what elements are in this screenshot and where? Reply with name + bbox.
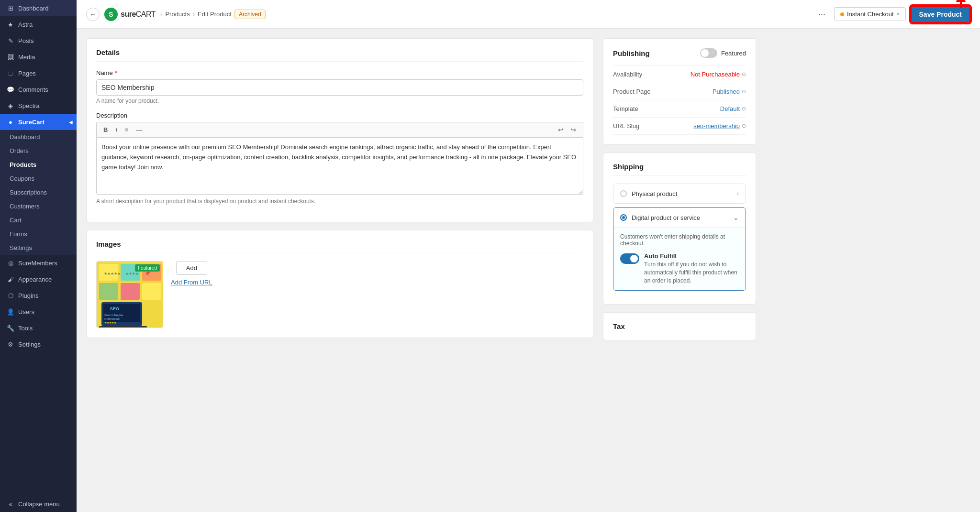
svg-rect-16	[99, 326, 147, 327]
logo-text: sureCART	[121, 10, 156, 19]
sidebar-item-dashboard-sub[interactable]: Dashboard	[0, 130, 77, 144]
auto-fulfill-toggle[interactable]	[620, 253, 639, 264]
toggle-knob	[701, 49, 709, 57]
surecart-icon: ●	[7, 118, 14, 126]
digital-product-option: Digital product or service ⌄ Customers w…	[613, 207, 746, 291]
sidebar-item-pages[interactable]: □ Pages	[0, 65, 77, 81]
sidebar-item-plugins[interactable]: ⬡ Plugins	[0, 287, 77, 304]
logo-circle: S	[104, 8, 118, 21]
back-button[interactable]: ←	[86, 8, 100, 21]
instant-checkout-dot	[840, 12, 844, 16]
sidebar-item-media[interactable]: 🖼 Media	[0, 49, 77, 65]
sidebar-item-settings[interactable]: Settings	[0, 241, 77, 255]
media-icon: 🖼	[7, 53, 14, 61]
auto-fulfill-title: Auto Fulfill	[644, 252, 739, 260]
description-textarea[interactable]: Boost your online presence with our prem…	[96, 137, 583, 195]
sidebar-item-appearance[interactable]: 🖌 Appearance	[0, 271, 77, 287]
physical-product-option: Physical product ›	[613, 184, 746, 204]
availability-status: Not Purchaseable	[690, 71, 740, 78]
red-arrow-head	[956, 0, 966, 2]
left-column: Details Name * A name for your product.	[86, 38, 593, 340]
add-image-button[interactable]: Add	[176, 261, 207, 275]
save-product-button[interactable]: Save Product	[911, 6, 970, 23]
sidebar-item-comments[interactable]: 💬 Comments	[0, 81, 77, 98]
auto-fulfill-knob	[630, 255, 638, 262]
template-status: Default	[720, 105, 740, 112]
redo-button[interactable]: ↪	[569, 125, 578, 134]
sidebar-item-users[interactable]: 👤 Users	[0, 304, 77, 320]
undo-button[interactable]: ↩	[556, 125, 565, 134]
sidebar-item-spectra[interactable]: ◈ Spectra	[0, 98, 77, 114]
featured-label: Featured	[721, 50, 746, 57]
physical-product-header[interactable]: Physical product ›	[613, 184, 746, 203]
sidebar-item-forms[interactable]: Forms	[0, 227, 77, 241]
product-image-thumb[interactable]: ★★★★★ ★★★★ 📌 SEO Search Engine	[96, 261, 163, 328]
sidebar-item-cart[interactable]: Cart	[0, 213, 77, 227]
availability-edit-icon[interactable]: ⊙	[742, 71, 746, 77]
sidebar-item-subscriptions[interactable]: Subscriptions	[0, 185, 77, 199]
sidebar-item-customers[interactable]: Customers	[0, 199, 77, 213]
name-group: Name * A name for your product.	[96, 69, 583, 104]
breadcrumb-products[interactable]: Products	[165, 11, 189, 18]
sidebar-item-tools[interactable]: 🔧 Tools	[0, 320, 77, 336]
italic-button[interactable]: I	[113, 125, 119, 134]
plugins-icon: ⬡	[7, 292, 14, 299]
url-slug-link[interactable]: seo-membership	[693, 122, 740, 130]
product-image: ★★★★★ ★★★★ 📌 SEO Search Engine	[97, 261, 163, 327]
svg-text:★★★★★: ★★★★★	[104, 321, 116, 324]
physical-product-label: Physical product	[632, 190, 677, 197]
name-input[interactable]	[96, 79, 583, 96]
dash-button[interactable]: —	[134, 125, 145, 134]
sidebar-item-coupons[interactable]: Coupons	[0, 172, 77, 185]
list-button[interactable]: ≡	[123, 125, 131, 134]
name-hint: A name for your product.	[96, 98, 583, 104]
sidebar-item-dashboard-top[interactable]: ⊞ Dashboard	[0, 0, 77, 16]
featured-toggle[interactable]	[700, 48, 717, 58]
svg-rect-6	[142, 283, 161, 300]
sidebar-item-orders[interactable]: Orders	[0, 144, 77, 158]
suremembers-icon: ◎	[7, 259, 14, 267]
sidebar-item-posts[interactable]: ✎ Posts	[0, 33, 77, 49]
bold-button[interactable]: B	[101, 125, 110, 134]
spectra-icon: ◈	[7, 102, 14, 109]
digital-product-label: Digital product or service	[632, 214, 700, 221]
product-page-status: Published	[713, 88, 740, 95]
collapse-icon: «	[7, 500, 14, 508]
instant-checkout-button[interactable]: Instant Checkout ▾	[834, 7, 906, 21]
product-page-row: Product Page Published ⊙	[613, 83, 746, 100]
save-product-wrapper: Save Product	[911, 6, 970, 23]
shipping-title: Shipping	[613, 163, 746, 176]
right-column: Publishing Featured Avai	[603, 38, 756, 340]
name-required: *	[115, 69, 117, 76]
auto-fulfill-text: Auto Fulfill Turn this off if you do not…	[644, 252, 739, 284]
sidebar-item-astra[interactable]: ★ Astra	[0, 16, 77, 33]
digital-desc: Customers won't enter shipping details a…	[620, 233, 739, 247]
svg-text:★★★★: ★★★★	[125, 272, 139, 276]
url-slug-edit-icon[interactable]: ⊙	[742, 123, 746, 129]
images-title: Images	[96, 240, 583, 253]
svg-text:SEO: SEO	[110, 306, 119, 311]
svg-text:Optimization: Optimization	[104, 317, 120, 320]
more-options-button[interactable]: ···	[814, 7, 829, 21]
settings-icon: ⚙	[7, 340, 14, 348]
sidebar-item-surecart[interactable]: ● SureCart	[0, 114, 77, 130]
add-from-url-link[interactable]: Add From URL	[171, 279, 212, 286]
shipping-card: Shipping Physical product ›	[603, 153, 756, 305]
product-page-label: Product Page	[613, 88, 651, 95]
details-card: Details Name * A name for your product.	[86, 38, 593, 222]
sidebar-item-suremembers[interactable]: ◎ SureMembers	[0, 255, 77, 271]
url-slug-label: URL Slug	[613, 122, 639, 130]
physical-radio	[620, 190, 627, 197]
description-label: Description	[96, 112, 583, 119]
sidebar-item-collapse[interactable]: « Collapse menu	[0, 496, 77, 512]
svg-text:★★★★★: ★★★★★	[104, 272, 121, 276]
sidebar-item-settings-main[interactable]: ⚙ Settings	[0, 336, 77, 352]
sidebar-item-products[interactable]: Products	[0, 158, 77, 172]
publishing-rows: Availability Not Purchaseable ⊙ Product …	[613, 65, 746, 135]
svg-rect-5	[121, 283, 140, 300]
instant-checkout-chevron: ▾	[897, 11, 900, 17]
template-edit-icon[interactable]: ⊙	[742, 106, 746, 112]
images-area: ★★★★★ ★★★★ 📌 SEO Search Engine	[96, 261, 583, 328]
digital-product-header[interactable]: Digital product or service ⌄	[613, 208, 746, 227]
product-page-edit-icon[interactable]: ⊙	[742, 88, 746, 95]
